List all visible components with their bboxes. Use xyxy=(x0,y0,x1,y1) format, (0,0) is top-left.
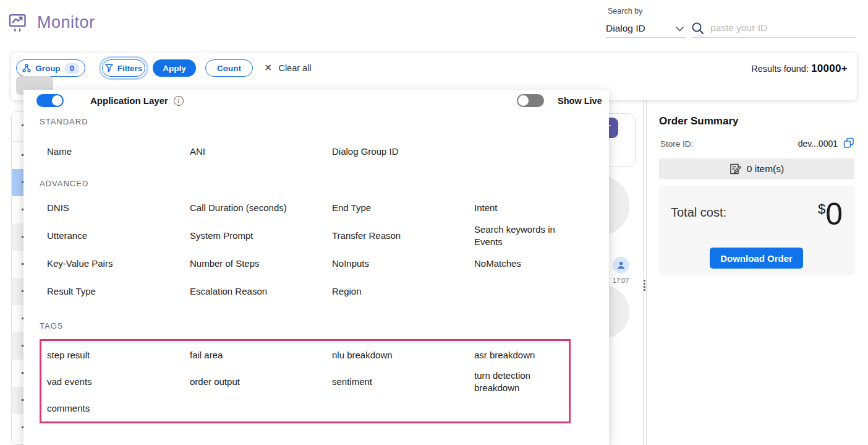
filter-option[interactable]: NoInputs xyxy=(332,249,474,277)
group-count-badge: 0 xyxy=(65,63,79,74)
filters-button[interactable]: Filters xyxy=(102,59,145,77)
filter-option[interactable]: End Type xyxy=(332,194,474,222)
filter-option[interactable]: Transfer Reason xyxy=(332,222,474,249)
filter-option[interactable]: Name xyxy=(47,137,190,165)
search-icon xyxy=(691,22,704,35)
currency-symbol: $ xyxy=(818,201,825,217)
store-id-value: dev...0001 xyxy=(798,139,838,149)
section-label-standard: STANDARD xyxy=(40,117,88,126)
order-summary-title: Order Summary xyxy=(659,115,854,127)
tag-option[interactable]: asr breakdown xyxy=(474,342,573,368)
store-id-label: Store ID: xyxy=(660,139,693,149)
search-input[interactable] xyxy=(710,22,856,33)
search-by-label: Search by xyxy=(608,7,642,15)
tag-option[interactable]: step result xyxy=(47,342,190,368)
resize-handle[interactable] xyxy=(644,280,645,292)
section-label-tags: TAGS xyxy=(40,321,63,331)
results-found-label: Results found: xyxy=(751,64,809,74)
application-layer-toggle[interactable] xyxy=(36,94,64,107)
download-order-button[interactable]: Download Order xyxy=(710,248,803,269)
panel-divider xyxy=(643,100,644,445)
application-layer-row: Application Layer i xyxy=(36,94,184,107)
group-nodes-icon xyxy=(22,64,31,72)
chevron-down-icon xyxy=(676,27,684,32)
tag-option[interactable]: turn detection breakdown xyxy=(474,368,573,395)
show-live-row: Show Live xyxy=(517,94,602,107)
filter-funnel-icon xyxy=(105,64,113,72)
total-cost-value: $0 xyxy=(818,196,842,232)
tag-option[interactable]: order output xyxy=(190,368,332,395)
filter-option[interactable]: System Prompt xyxy=(190,222,332,249)
standard-filter-list: NameANIDialog Group ID xyxy=(47,137,591,165)
store-id-row: Store ID: dev...0001 xyxy=(659,138,854,150)
message-timestamp: 17:07 xyxy=(613,277,629,284)
search-field xyxy=(691,19,856,38)
order-note-icon xyxy=(730,163,741,175)
filter-option[interactable]: DNIS xyxy=(47,194,190,222)
order-items-bar: 0 item(s) xyxy=(659,158,854,179)
panel-divider xyxy=(646,100,647,445)
order-items-count: 0 item(s) xyxy=(747,163,784,175)
user-avatar xyxy=(613,257,629,274)
clear-all-button[interactable]: ✕ Clear all xyxy=(264,62,312,74)
filter-option[interactable]: Key-Value Pairs xyxy=(47,249,190,277)
tag-option[interactable]: fail area xyxy=(190,342,332,368)
filter-option[interactable]: Escalation Reason xyxy=(190,277,332,305)
filter-option[interactable]: Call Duration (seconds) xyxy=(190,194,332,222)
tag-option[interactable]: comments xyxy=(47,395,190,421)
filters-panel: Application Layer i Show Live STANDARD N… xyxy=(23,90,609,445)
page-title: Monitor xyxy=(37,13,95,32)
filter-option[interactable]: Utterance xyxy=(47,222,190,249)
apply-button[interactable]: Apply xyxy=(153,59,196,77)
filter-option[interactable]: ANI xyxy=(190,137,332,165)
tag-option[interactable]: sentiment xyxy=(332,368,474,395)
filter-option[interactable]: Dialog Group ID xyxy=(332,137,474,165)
search-type-value: Dialog ID xyxy=(606,23,645,33)
monitor-logo-icon xyxy=(9,14,28,35)
clear-all-label: Clear all xyxy=(278,63,311,73)
count-button-label: Count xyxy=(217,64,241,73)
filter-option[interactable]: Result Type xyxy=(47,277,190,305)
monitor-app: Monitor Search by Dialog ID T 17:0 xyxy=(0,0,868,445)
order-summary-panel: Order Summary Store ID: dev...0001 0 ite… xyxy=(659,115,854,275)
section-label-advanced: ADVANCED xyxy=(40,179,88,188)
filters-button-label: Filters xyxy=(117,64,143,73)
show-live-label: Show Live xyxy=(558,96,602,106)
count-button[interactable]: Count xyxy=(205,59,253,77)
app-header: Monitor Search by Dialog ID xyxy=(0,0,868,52)
close-icon: ✕ xyxy=(264,62,272,74)
search-type-select[interactable]: Dialog ID xyxy=(606,20,686,38)
tag-option[interactable]: nlu breakdown xyxy=(332,342,474,368)
copy-icon[interactable] xyxy=(843,137,854,149)
group-button-label: Group xyxy=(35,64,61,73)
total-cost-block: Total cost: $0 Download Order xyxy=(659,186,854,275)
group-button[interactable]: Group 0 xyxy=(16,59,85,77)
results-found-value: 10000+ xyxy=(811,63,848,74)
results-found: Results found: 10000+ xyxy=(751,63,848,75)
filter-option[interactable]: Search keywords in Events xyxy=(474,222,579,249)
total-cost-label: Total cost: xyxy=(671,205,726,220)
tag-option[interactable]: vad events xyxy=(47,368,190,395)
application-layer-label: Application Layer xyxy=(90,95,168,106)
person-icon xyxy=(616,261,626,270)
filter-option[interactable]: Intent xyxy=(474,194,579,222)
tags-highlight-box: step resultfail areanlu breakdownasr bre… xyxy=(40,339,571,423)
apply-button-label: Apply xyxy=(163,64,186,73)
filter-option[interactable]: Region xyxy=(332,277,474,305)
filter-option[interactable]: Number of Steps xyxy=(190,249,332,277)
info-icon[interactable]: i xyxy=(174,96,184,106)
tags-filter-list: step resultfail areanlu breakdownasr bre… xyxy=(41,342,569,421)
filter-option[interactable]: NoMatches xyxy=(474,249,579,277)
advanced-filter-list: DNISCall Duration (seconds)End TypeInten… xyxy=(47,194,591,305)
show-live-toggle[interactable] xyxy=(517,94,544,107)
